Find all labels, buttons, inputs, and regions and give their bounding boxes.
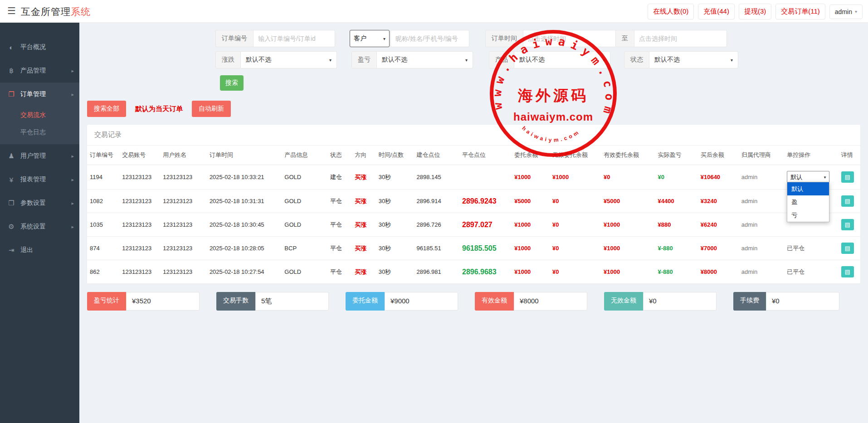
stat-value: ¥0 [643, 292, 717, 311]
cell-open-point: 2896.981 [414, 260, 459, 284]
cell-product: BCP [282, 237, 327, 260]
sidebar-item-label: 退出 [20, 246, 33, 254]
cell-profit: ¥4400 [655, 190, 697, 213]
app-title-accent: 系统 [71, 6, 91, 17]
sidebar-item-platform-overview[interactable]: ◐ 平台概况 [0, 35, 79, 59]
control-select-dropdown: 默认 盈 亏 [787, 182, 829, 222]
detail-button[interactable]: ▤ [841, 243, 854, 254]
cell-agent: admin [739, 190, 785, 213]
cell-close-point: 2896.9683 [459, 260, 512, 284]
chevron-down-icon: ▾ [329, 58, 332, 63]
profit-select[interactable]: 默认不选 ▾ [377, 51, 473, 68]
menu-toggle-icon[interactable]: ☰ [7, 5, 16, 16]
chevron-down-icon: ▾ [824, 175, 826, 180]
search-all-button[interactable]: 搜索全部 [87, 101, 126, 117]
sidebar-item-close-log[interactable]: 平仓日志 [0, 123, 79, 141]
col-agent: 归属代理商 [739, 146, 785, 165]
cell-detail: ▤ [839, 190, 860, 213]
product-coin-icon: ฿ [6, 67, 16, 75]
product-select[interactable]: 默认不选 ▾ [514, 51, 610, 68]
panel-title: 交易记录 [87, 125, 860, 146]
chevron-down-icon: ▾ [465, 58, 468, 63]
sidebar-item-user-management[interactable]: ♟ 用户管理 ▸ [0, 144, 79, 168]
col-open-point: 建仓点位 [414, 146, 459, 165]
sidebar-item-product-management[interactable]: ฿ 产品管理 ▸ [0, 59, 79, 83]
cell-profit: ¥880 [655, 213, 697, 237]
cell-open-point: 2896.726 [414, 213, 459, 237]
status-select[interactable]: 默认不选 ▾ [649, 51, 738, 68]
order-no-input[interactable] [254, 30, 335, 47]
cell-valid: ¥5000 [601, 190, 655, 213]
search-button[interactable]: 搜索 [220, 75, 244, 91]
sidebar-item-trade-flow[interactable]: 交易流水 [0, 106, 79, 123]
sidebar-item-logout[interactable]: ⇥ 退出 [0, 238, 79, 262]
time-end-input[interactable] [634, 30, 727, 47]
cell-period: 30秒 [376, 237, 414, 260]
sidebar-item-order-management[interactable]: ❐ 订单管理 ▸ [0, 83, 79, 106]
updown-label: 涨跌 [215, 51, 241, 68]
detail-button[interactable]: ▤ [841, 171, 854, 183]
stat-trade-count: 交易手数 5笔 [216, 292, 329, 311]
cell-close-point: 2896.9243 [459, 190, 512, 213]
updown-select[interactable]: 默认不选 ▾ [241, 51, 337, 68]
recharge-button[interactable]: 充值(44) [698, 4, 735, 19]
cell-agent: admin [739, 260, 785, 284]
cell-open-point: 96185.51 [414, 237, 459, 260]
cell-product: GOLD [282, 260, 327, 284]
dropdown-option-default[interactable]: 默认 [787, 182, 829, 195]
cell-control: 默认 ▾ 默认 盈 亏 [784, 165, 838, 190]
sidebar-item-parameter-settings[interactable]: ❒ 参数设置 ▸ [0, 191, 79, 215]
cell-open-point: 2898.145 [414, 165, 459, 190]
trade-orders-button[interactable]: 交易订单(11) [775, 4, 825, 19]
cell-state: 平仓 [327, 237, 352, 260]
detail-icon: ▤ [845, 268, 850, 275]
cell-agent: admin [739, 213, 785, 237]
today-orders-note: 默认为当天订单 [135, 105, 183, 113]
trade-records-panel: 交易记录 订单编号 交易账号 用户姓名 订单时间 产品信息 状态 方向 时间/点 [87, 125, 860, 284]
chevron-right-icon: ▸ [71, 200, 74, 206]
main-content: 订单编号 客户 ▾ 订单时间 至 涨跌 默认不选 [79, 23, 868, 423]
customer-input[interactable] [390, 30, 469, 47]
sidebar-item-system-settings[interactable]: ⚙ 系统设置 ▸ [0, 215, 79, 238]
control-select[interactable]: 默认 ▾ [787, 171, 829, 183]
cell-open-point: 2896.914 [414, 190, 459, 213]
col-order-time: 订单时间 [207, 146, 282, 165]
auto-refresh-button[interactable]: 自动刷新 [192, 101, 231, 117]
online-users-button[interactable]: 在线人数(0) [648, 4, 694, 19]
chevron-right-icon: ▸ [71, 177, 74, 183]
time-start-input[interactable] [523, 30, 616, 47]
dropdown-option-lose[interactable]: 亏 [787, 209, 829, 222]
chevron-right-icon: ▸ [71, 153, 74, 159]
stat-value: ¥8000 [514, 292, 587, 311]
chevron-down-icon: ▾ [383, 36, 385, 41]
cell-account: 123123123 [119, 237, 160, 260]
cell-valid: ¥0 [601, 165, 655, 190]
sidebar-item-label: 订单管理 [20, 90, 46, 98]
stat-value: ¥3520 [126, 292, 200, 311]
cell-period: 30秒 [376, 190, 414, 213]
chevron-right-icon: ▸ [71, 92, 74, 97]
col-username: 用户姓名 [160, 146, 207, 165]
stat-label: 有效金额 [475, 292, 514, 311]
table-row: 874 123123123 123123123 2025-02-18 10:28… [87, 237, 860, 260]
order-no-label: 订单编号 [215, 30, 254, 47]
cell-after-balance: ¥10640 [698, 165, 739, 190]
dropdown-option-win[interactable]: 盈 [787, 195, 829, 209]
cell-order-no: 862 [87, 260, 119, 284]
document-icon: ❒ [6, 199, 16, 207]
detail-button[interactable]: ▤ [841, 219, 854, 230]
withdraw-button[interactable]: 提现(3) [739, 4, 771, 19]
customer-type-select[interactable]: 客户 ▾ [350, 30, 390, 47]
topbar-actions: 在线人数(0) 充值(44) 提现(3) 交易订单(11) admin ▾ [648, 4, 863, 19]
sidebar-item-report-management[interactable]: ¥ 报表管理 ▸ [0, 168, 79, 191]
profit-value: 默认不选 [382, 56, 407, 64]
chevron-down-icon: ▾ [855, 9, 857, 14]
cell-username: 123123123 [160, 165, 207, 190]
detail-button[interactable]: ▤ [841, 266, 854, 277]
table-row: 862 123123123 123123123 2025-02-18 10:27… [87, 260, 860, 284]
col-actual-profit: 实际盈亏 [655, 146, 697, 165]
detail-button[interactable]: ▤ [841, 195, 854, 207]
chevron-right-icon: ▸ [71, 224, 74, 230]
cell-username: 123123123 [160, 260, 207, 284]
admin-user-menu[interactable]: admin ▾ [829, 5, 863, 19]
